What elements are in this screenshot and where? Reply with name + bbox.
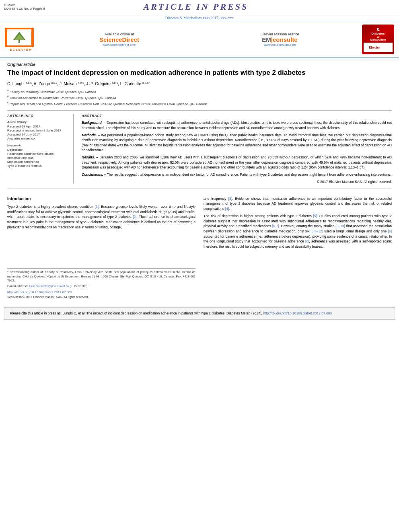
sciencedirect-logo: ScienceDirect bbox=[41, 36, 197, 43]
article-info-column: ARTICLE INFO Article history: Received 1… bbox=[7, 114, 74, 183]
affiliation-a: a Faculty of Pharmacy, Université Laval,… bbox=[7, 88, 392, 94]
intro-left-column: Introduction Type 2 diabetes is a highly… bbox=[7, 196, 195, 300]
results-text: Between 2000 and 2006, we identified 3,1… bbox=[82, 155, 392, 169]
affiliation-b: b Chair on Adherence to Treatments, Univ… bbox=[7, 94, 392, 101]
keyword-5: Type 2 diabetes mellitus bbox=[7, 164, 68, 168]
abstract-conclusions: Conclusions. – The results suggest that … bbox=[82, 172, 392, 177]
conclusions-label: Conclusions. – bbox=[82, 173, 106, 177]
ref-6b-link[interactable]: [6] bbox=[305, 239, 309, 243]
journal-title-link[interactable]: Diabetes & Metabolism xxx (2017) xxx–xxx bbox=[165, 16, 234, 20]
affiliation-c: c Population Health and Optimal Health P… bbox=[7, 101, 392, 107]
issn-line: 1262-3636/© 2017 Elsevier Masson SAS. Al… bbox=[7, 295, 195, 299]
header-section: ELSEVIER Available online at ScienceDire… bbox=[0, 21, 399, 58]
abstract-background: Background. – Depression has been correl… bbox=[82, 120, 392, 130]
background-text: Depression has been correlated with subo… bbox=[82, 121, 392, 129]
ref-6-link[interactable]: [6] bbox=[388, 229, 392, 233]
intro-para3: The risk of depression is higher among p… bbox=[204, 214, 392, 249]
authors-line: C. Lunghi a,b,c, A. Zongo a,b,c, J. Mois… bbox=[7, 81, 392, 86]
intro-right-column: and frequency [3]. Evidence shows that m… bbox=[204, 196, 392, 300]
introduction-heading: Introduction bbox=[7, 196, 195, 202]
history-received: Received 19 April 2017 bbox=[7, 125, 68, 128]
citation-text: Please cite this article in press as: Lu… bbox=[10, 311, 262, 315]
sciencedirect-url: www.sciencedirect.com bbox=[41, 43, 197, 47]
methods-label: Methods. – bbox=[82, 133, 100, 137]
results-label: Results. – bbox=[82, 155, 98, 159]
top-banner: G Model DIABET-912; No. of Pages 8 ARTIC… bbox=[0, 0, 399, 14]
elsevier-masson-text: Elsevier Masson France bbox=[202, 32, 358, 36]
ref-5-link[interactable]: [5] bbox=[313, 214, 317, 218]
abstract-column: ABSTRACT Background. – Depression has be… bbox=[82, 114, 392, 183]
abstract-copyright: © 2017 Elsevier Masson SAS. All rights r… bbox=[82, 180, 392, 184]
ref-613-link[interactable]: [6–13] bbox=[335, 224, 345, 228]
ref-67-link[interactable]: [6,7] bbox=[272, 224, 279, 228]
email-attribution: (L. Guénette). bbox=[70, 284, 88, 288]
article-in-press-banner: ARTICLE IN PRESS bbox=[45, 2, 347, 12]
elsevier-logo: ELSEVIER bbox=[5, 28, 37, 51]
divider-1 bbox=[7, 110, 392, 111]
em-consulte-url: www.em-consulte.com bbox=[202, 43, 358, 47]
history-revised: Received in revised form 9 June 2017 bbox=[7, 129, 68, 132]
ref-3-link[interactable]: [3] bbox=[228, 197, 232, 201]
abstract-title: ABSTRACT bbox=[82, 114, 392, 118]
em-consulte-logo: EM|consulte bbox=[202, 36, 358, 43]
corresponding-author-note: * Corresponding author at: Faculty of Ph… bbox=[7, 270, 195, 283]
citation-doi-link[interactable]: http://dx.doi.org/10.1016/j.diabet.2017.… bbox=[263, 311, 332, 315]
available-online-text: Available online at bbox=[41, 32, 197, 36]
email-link[interactable]: Line.Guenette@pha.ulaval.ca bbox=[29, 284, 69, 288]
background-label: Background. – bbox=[82, 121, 105, 125]
page-wrapper: G Model DIABET-912; No. of Pages 8 ARTIC… bbox=[0, 0, 399, 532]
conclusions-text: The results suggest that depression is a… bbox=[107, 173, 391, 177]
sciencedirect-section: Available online at ScienceDirect www.sc… bbox=[41, 32, 197, 47]
info-abstract-columns: ARTICLE INFO Article history: Received 1… bbox=[7, 114, 392, 183]
keyword-1: Depression bbox=[7, 148, 68, 152]
article-type: Original article bbox=[7, 62, 392, 67]
ref-2-link[interactable]: [2] bbox=[133, 215, 136, 219]
footnotes-section: * Corresponding author at: Faculty of Ph… bbox=[7, 268, 195, 288]
svg-text:Elsevier: Elsevier bbox=[369, 46, 380, 49]
ref-4-link[interactable]: [4] bbox=[225, 207, 229, 211]
doi-link[interactable]: http://dx.doi.org/10.1016/j.diabet.2017.… bbox=[7, 290, 72, 294]
history-label: Article history: bbox=[7, 120, 68, 124]
keyword-3: Immortal time bias bbox=[7, 156, 68, 160]
abstract-results: Results. – Between 2000 and 2006, we ide… bbox=[82, 155, 392, 170]
doi-line: http://dx.doi.org/10.1016/j.diabet.2017.… bbox=[7, 290, 195, 295]
email-footnote: E-mail address: Line.Guenette@pha.ulaval… bbox=[7, 284, 195, 289]
history-available: Available online xxx bbox=[7, 137, 68, 140]
divider-2 bbox=[7, 189, 392, 189]
introduction-section: Introduction Type 2 diabetes is a highly… bbox=[7, 196, 392, 300]
em-consulte-section: Elsevier Masson France EM|consulte www.e… bbox=[202, 32, 358, 47]
ref-1-link[interactable]: [1] bbox=[95, 205, 99, 209]
keywords-label: Keywords: bbox=[7, 144, 68, 147]
history-accepted: Accepted 14 July 2017 bbox=[7, 133, 68, 136]
diabetes-metabolism-badge: & Diabetes & Metabolism Elsevier bbox=[362, 25, 394, 54]
citation-box: Please cite this article in press as: Lu… bbox=[4, 307, 395, 320]
email-label: E-mail address: bbox=[7, 284, 28, 288]
intro-para1: Type 2 diabetes is a highly prevalent ch… bbox=[7, 204, 195, 230]
ref-6812-link[interactable]: [6,8–12] bbox=[311, 229, 323, 233]
methods-text: We performed a population-based cohort s… bbox=[82, 133, 392, 152]
journal-title-bar: Diabetes & Metabolism xxx (2017) xxx–xxx bbox=[0, 14, 399, 21]
affiliations: a Faculty of Pharmacy, Université Laval,… bbox=[7, 88, 392, 106]
g-model-info: G Model DIABET-912; No. of Pages 8 bbox=[4, 3, 45, 10]
keyword-4: Medication adherence bbox=[7, 160, 68, 164]
abstract-methods: Methods. – We performed a population-bas… bbox=[82, 133, 392, 152]
article-info-title: ARTICLE INFO bbox=[7, 114, 68, 118]
article-title: The impact of incident depression on med… bbox=[7, 68, 392, 77]
keyword-2: Healthcare administrative claims bbox=[7, 152, 68, 156]
article-content: Original article The impact of incident … bbox=[0, 58, 399, 303]
intro-para2: and frequency [3]. Evidence shows that m… bbox=[204, 196, 392, 212]
